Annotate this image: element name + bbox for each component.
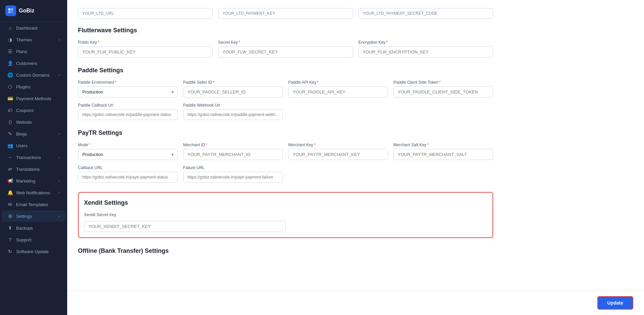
paytr-failure-url-input[interactable] — [183, 172, 283, 183]
flutterwave-secret-key-group: Secret Key* — [218, 40, 353, 57]
paddle-webhook-url-input[interactable] — [183, 109, 283, 120]
top-url-input[interactable] — [78, 8, 213, 19]
sidebar-item-left-payment-methods: 💳Payment Methods — [7, 96, 51, 101]
web-notifications-chevron-icon: › — [59, 191, 60, 195]
logo-icon — [5, 5, 16, 16]
sidebar-item-settings[interactable]: ⚙Settings› — [2, 210, 65, 222]
svg-rect-3 — [11, 11, 13, 13]
sidebar-item-left-themes: ◑Themes — [7, 37, 32, 42]
sidebar-item-themes[interactable]: ◑Themes› — [2, 34, 65, 45]
paytr-merchant-key-label: Merchant Key* — [288, 143, 388, 147]
sidebar-item-web-notifications[interactable]: 🔔Web Notifications› — [2, 187, 65, 198]
paytr-merchant-salt-group: Merchant Salt Key* — [393, 143, 493, 160]
sidebar-label-email-templates: Email Templates — [16, 202, 48, 207]
sidebar-item-transactions[interactable]: ↔Transactions› — [2, 152, 65, 163]
flutterwave-encryption-key-label: Encryption Key* — [358, 40, 493, 45]
backups-icon: ⬆ — [7, 225, 13, 231]
offline-section: Offline (Bank Transfer) Settings — [78, 247, 493, 254]
blogs-chevron-icon: › — [59, 132, 60, 136]
paddle-callback-url-label: Paddle Callback Url — [78, 103, 178, 108]
custom-domains-chevron-icon: › — [59, 73, 60, 77]
sidebar-item-plugins[interactable]: ⬡Plugins — [2, 81, 65, 92]
svg-rect-2 — [8, 11, 10, 13]
sidebar-item-payment-methods[interactable]: 💳Payment Methods — [2, 93, 65, 104]
paytr-merchant-salt-input[interactable] — [393, 149, 493, 160]
paytr-merchant-key-group: Merchant Key* — [288, 143, 388, 160]
main-content: Flutterwave Settings Public Key* Secret … — [67, 0, 644, 315]
sidebar-item-customers[interactable]: 👤Customers — [2, 57, 65, 69]
sidebar-item-plans[interactable]: ☰Plans — [2, 46, 65, 57]
support-icon: ? — [7, 237, 13, 242]
paytr-merchant-id-label: Merchant ID* — [183, 143, 283, 147]
sidebar-item-email-templates[interactable]: ✉Email Templates — [2, 199, 65, 210]
sidebar-item-marketing[interactable]: 📢Marketing› — [2, 175, 65, 187]
settings-chevron-icon: › — [59, 214, 60, 218]
sidebar-item-left-custom-domains: 🌐Custom Domains — [7, 72, 50, 78]
paytr-callback-url-input[interactable] — [78, 172, 178, 183]
app-name: GoBiz — [19, 8, 34, 14]
flutterwave-section: Flutterwave Settings Public Key* Secret … — [78, 27, 493, 57]
coupons-icon: 🏷 — [7, 108, 13, 113]
sidebar-item-left-plugins: ⬡Plugins — [7, 84, 31, 89]
paddle-seller-id-label: Paddle Seller ID* — [183, 80, 283, 85]
paytr-mode-select[interactable]: Production Test — [78, 149, 178, 160]
app-logo: GoBiz — [0, 0, 67, 22]
sidebar-item-left-web-notifications: 🔔Web Notifications — [7, 190, 50, 195]
paddle-client-token-group: Paddle Client Side Token* — [393, 80, 493, 97]
sidebar-item-software-update[interactable]: ↻Software Update — [2, 246, 65, 257]
paytr-section: PayTR Settings Mode* Production Test ▼ — [78, 129, 493, 183]
paddle-section: Paddle Settings Paddle Environment* Prod… — [78, 67, 493, 120]
sidebar-item-left-transactions: ↔Transactions — [7, 155, 41, 160]
sidebar-item-website[interactable]: ⟨⟩Website — [2, 116, 65, 128]
sidebar-item-left-email-templates: ✉Email Templates — [7, 202, 48, 207]
paddle-client-token-input[interactable] — [393, 86, 493, 97]
xendit-secret-key-label: Xendit Secret Key — [84, 212, 286, 217]
top-payment-key-input[interactable] — [218, 8, 353, 19]
sidebar-item-support[interactable]: ?Support — [2, 234, 65, 245]
sidebar-item-custom-domains[interactable]: 🌐Custom Domains› — [2, 69, 65, 81]
flutterwave-secret-key-input[interactable] — [218, 46, 353, 57]
xendit-secret-key-input[interactable] — [84, 221, 286, 232]
flutterwave-public-key-label: Public Key* — [78, 40, 213, 45]
sidebar-item-coupons[interactable]: 🏷Coupons — [2, 105, 65, 116]
plans-icon: ☰ — [7, 49, 13, 54]
paddle-api-key-input[interactable] — [288, 86, 388, 97]
paytr-mode-group: Mode* Production Test ▼ — [78, 143, 178, 160]
paddle-callback-url-input[interactable] — [78, 109, 178, 120]
flutterwave-secret-key-label: Secret Key* — [218, 40, 353, 45]
flutterwave-public-key-group: Public Key* — [78, 40, 213, 57]
sidebar-label-transactions: Transactions — [16, 155, 41, 160]
website-icon: ⟨⟩ — [7, 119, 13, 125]
email-templates-icon: ✉ — [7, 202, 13, 207]
paddle-api-key-label: Paddle API Key* — [288, 80, 388, 85]
paytr-mode-select-wrapper: Production Test ▼ — [78, 149, 178, 160]
top-payment-secret-input[interactable] — [358, 8, 493, 19]
sidebar-label-dashboard: Dashboard — [16, 26, 38, 31]
sidebar-item-left-plans: ☰Plans — [7, 49, 27, 54]
paddle-seller-id-input[interactable] — [183, 86, 283, 97]
paddle-webhook-url-group: Paddle Webhook Url — [183, 103, 283, 120]
paytr-merchant-id-input[interactable] — [183, 149, 283, 160]
sidebar-item-backups[interactable]: ⬆Backups — [2, 222, 65, 234]
sidebar-item-dashboard[interactable]: ⌂Dashboard — [2, 22, 65, 34]
flutterwave-public-key-input[interactable] — [78, 46, 213, 57]
update-button[interactable]: Update — [597, 296, 633, 310]
paddle-callback-url-group: Paddle Callback Url — [78, 103, 178, 120]
paytr-callback-url-label: Callback URL — [78, 165, 178, 170]
custom-domains-icon: 🌐 — [7, 72, 13, 78]
paytr-merchant-salt-label: Merchant Salt Key* — [393, 143, 493, 147]
xendit-section: Xendit Settings Xendit Secret Key — [78, 192, 493, 238]
sidebar-label-translations: Translations — [16, 167, 40, 172]
paytr-merchant-key-input[interactable] — [288, 149, 388, 160]
sidebar-item-blogs[interactable]: ✎Blogs› — [2, 128, 65, 140]
sidebar-item-translations[interactable]: ⇄Translations — [2, 163, 65, 175]
users-icon: 👥 — [7, 143, 13, 148]
flutterwave-encryption-key-group: Encryption Key* — [358, 40, 493, 57]
flutterwave-encryption-key-input[interactable] — [358, 46, 493, 57]
paytr-failure-url-label: Failure URL — [183, 165, 283, 170]
sidebar-item-users[interactable]: 👥Users — [2, 140, 65, 151]
paddle-environment-select[interactable]: Production Sandbox — [78, 86, 178, 97]
sidebar-item-left-users: 👥Users — [7, 143, 28, 148]
sidebar-label-backups: Backups — [16, 226, 33, 231]
sidebar-label-plugins: Plugins — [16, 84, 31, 89]
